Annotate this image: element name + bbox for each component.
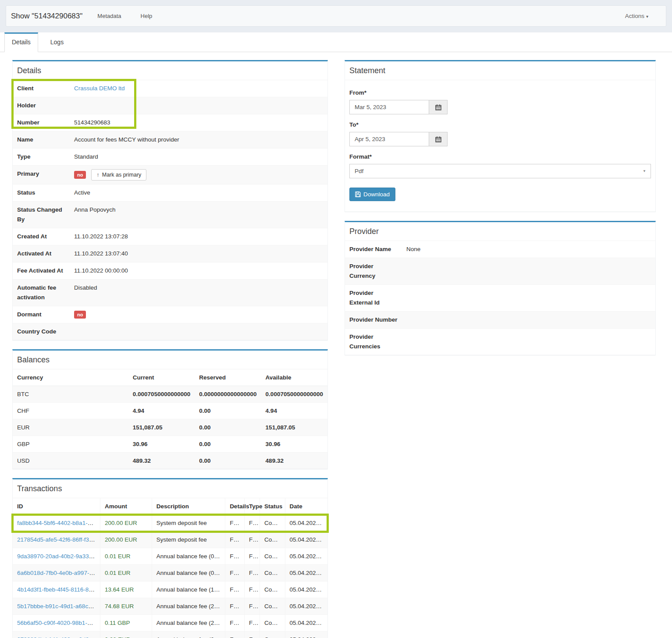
field-value: Standard [70,149,327,165]
to-calendar-button[interactable] [429,132,448,146]
field-value [402,312,655,328]
left-column: Details Client Crassula DEMO ltd Holder … [12,60,328,638]
field-label: Dormant [13,306,70,323]
transaction-details: Fee fee [225,532,245,548]
transaction-type: Fee [244,598,260,615]
transaction-type: Fee [244,631,260,638]
transaction-type: Fee [244,615,260,631]
transaction-description: Annual balance fee (03.04.2023) [152,565,225,581]
from-calendar-button[interactable] [429,100,448,114]
balance-row: CHF 4.94 0.00 4.94 [13,403,327,419]
format-select[interactable]: Pdf [349,164,651,178]
provider-panel-title: Provider [345,222,655,241]
statement-panel-title: Statement [345,61,655,80]
detail-row: Country Code [13,323,327,340]
menu-item-help[interactable]: Help [141,13,153,19]
field-value: 51434290683 [70,114,327,131]
transaction-description: Annual balance fee (28.03.2023) [152,598,225,615]
field-label: Provider Currencies [345,329,402,355]
transaction-id-link[interactable]: 217854d5-afe5-42f6-86ff-f3fe8a93b736 [17,536,100,543]
to-date-input[interactable] [349,132,429,146]
field-value [402,329,655,355]
transaction-id-link[interactable]: 6a6b018d-7fb0-4e0b-a997-53951a189f1d [17,570,100,576]
col-currency: Currency [13,369,128,386]
field-value-text: 51434290683 [74,119,110,126]
field-label: Provider External Id [345,285,402,311]
transaction-description: Annual balance fee (29.11.2022) [152,631,225,638]
from-date-input[interactable] [349,100,429,114]
transaction-description: System deposit fee [152,515,225,532]
field-label: Number [13,114,70,131]
field-label: Name [13,131,70,148]
field-value: 11.10.2022 13:07:28 [70,228,327,245]
transaction-date: 05.04.2023 00:09:15 [285,548,327,565]
field-label: Type [13,149,70,165]
mark-as-primary-button[interactable]: ↑ Mark as primary [91,169,146,181]
transaction-row: 0732824b-b141-492e-a3d3-c14efb70764d 0.0… [13,631,327,638]
provider-panel: Provider Provider Name None Provider Cur… [345,221,656,355]
field-value [402,258,655,284]
balances-header-row: Currency Current Reserved Available [13,369,327,386]
balance-currency: BTC [13,386,128,403]
tab-logs[interactable]: Logs [43,32,71,52]
col-current: Current [128,369,195,386]
transactions-panel-title: Transactions [13,479,327,498]
calendar-icon [435,104,441,110]
page-header-bar: Show "51434290683" Metadata Help Actions… [6,5,666,27]
statement-form: From* To* [345,80,655,212]
tab-details[interactable]: Details [4,32,38,52]
caret-down-icon: ▾ [646,14,648,19]
field-value: Crassula DEMO ltd [70,80,327,97]
transaction-type: Fee [244,532,260,548]
detail-row: Fee Activated At 11.10.2022 00:00:00 [13,262,327,279]
transaction-description: Annual balance fee (29.11.2022) [152,615,225,631]
transaction-amount: 0.02 EUR [100,631,152,638]
balance-current: 0.0007050000000000 [128,386,195,403]
col-description: Description [152,498,225,515]
format-select-wrap: Pdf ▼ [349,164,651,178]
field-label: Provider Currency [345,258,402,284]
client-link[interactable]: Crassula DEMO ltd [74,85,125,92]
page-title: Show "51434290683" [11,12,82,21]
transaction-id-link[interactable]: 9da38970-20ad-40b2-9a33-cae10b33dd5e [17,553,100,560]
balance-currency: EUR [13,419,128,436]
field-value: no ↑ Mark as primary [70,166,327,184]
field-value: None [402,241,655,258]
balance-reserved: 0.00 [195,453,261,469]
field-value [70,323,327,340]
detail-row: Number 51434290683 [13,114,327,131]
transaction-id-link[interactable]: 56b6af50-c90f-4020-98b1-7468aa679c43 [17,620,100,626]
balance-available: 4.94 [261,403,327,419]
transaction-id-link[interactable]: 5b17bbbe-b91c-49d1-a68c-a5a570503c30 [17,603,100,610]
balance-currency: CHF [13,403,128,419]
transaction-status: Completed [260,598,285,615]
up-arrow-icon: ↑ [96,172,100,177]
field-label: Automatic fee activation [13,280,70,306]
transaction-id-link[interactable]: fa8bb344-5bf6-4402-b8a1-684e8775437d [17,520,100,526]
transaction-id-link[interactable]: 0732824b-b141-492e-a3d3-c14efb70764d [17,636,100,638]
field-value: 11.10.2022 00:00:00 [70,262,327,279]
transaction-status: Completed [260,565,285,581]
detail-row: Name Account for fees MCCY without provi… [13,131,327,148]
transactions-panel: Transactions ID Amount Description Detai… [12,478,328,638]
menu-item-metadata[interactable]: Metadata [97,13,121,19]
field-label: Holder [13,97,70,114]
details-rows: Client Crassula DEMO ltd Holder Number 5… [13,80,327,340]
top-strip: Show "51434290683" Metadata Help Actions… [0,0,672,32]
save-icon [355,191,361,197]
from-date-group [349,100,448,114]
field-label: Created At [13,228,70,245]
transaction-details: Fee fee [225,565,245,581]
actions-dropdown[interactable]: Actions▾ [625,13,648,19]
balance-reserved: 0.00 [195,403,261,419]
field-label: Primary [13,166,70,184]
download-button[interactable]: Download [349,188,395,201]
balance-current: 151,087.05 [128,419,195,436]
statement-panel: Statement From* [345,60,656,212]
transaction-details: Fee fee [225,581,245,598]
transaction-id-link[interactable]: 4b14d3f1-fbeb-4f45-8116-80b8b3766c95 [17,586,100,593]
no-badge: no [74,171,86,179]
balances-panel: Balances Currency Current Reserved Avail… [12,349,328,469]
detail-row: Provider External Id [345,284,655,311]
transaction-date: 05.04.2023 00:09:15 [285,631,327,638]
